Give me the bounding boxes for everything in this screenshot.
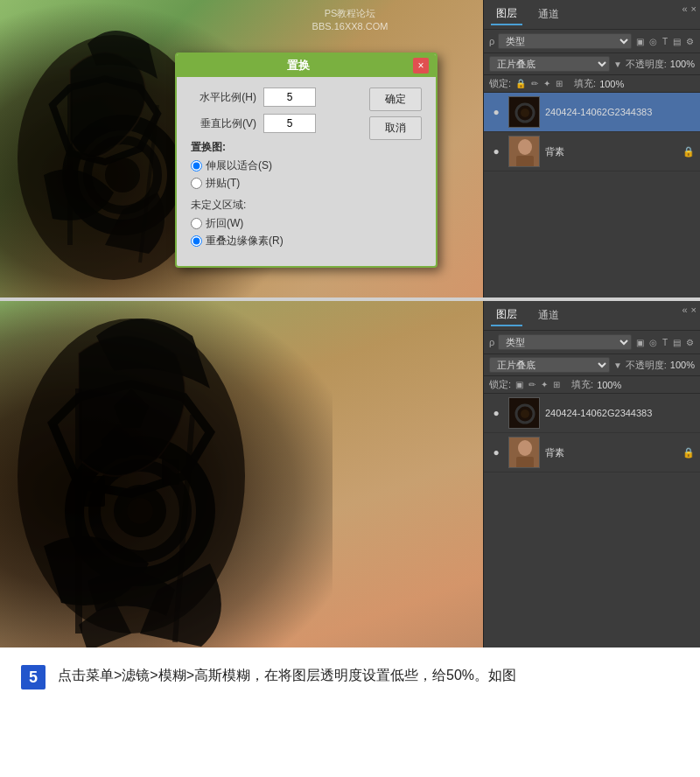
stretch-radio-row: 伸展以适合(S) [191,158,360,173]
vertical-input[interactable] [263,114,316,133]
filter-icon-b5[interactable]: ⚙ [685,337,695,348]
tattoo-art-bottom [0,301,350,648]
filter-icon-b4[interactable]: ▤ [672,337,682,348]
filter-icon-b3[interactable]: T [662,337,668,348]
close-icon-bottom[interactable]: × [691,304,696,315]
displacement-dialog: 置换 × 水平比例(H) 垂直比例(V) 置换图: [175,52,438,268]
layer-item-tattoo-bottom[interactable]: ● 240424-14062G2344383 [484,394,700,433]
filter-icon-b2[interactable]: ◎ [648,337,658,348]
panel-collapse-bottom: « × [682,304,696,315]
undefined-areas-label: 未定义区域: [191,198,360,213]
displacement-map-label: 置换图: [191,140,360,155]
layer-item-person-bottom[interactable]: ● 背素 🔒 [484,433,700,472]
repeat-radio[interactable] [191,235,202,247]
eye-icon-layer2-bottom[interactable]: ● [489,445,503,459]
tile-radio[interactable] [191,178,202,189]
svg-rect-19 [83,476,105,507]
vertical-label: 垂直比例(V) [191,116,256,131]
lock-row-bottom: 锁定: ▣ ✏ ✦ ⊞ 填充: 100% [484,376,700,394]
dialog-fields: 水平比例(H) 垂直比例(V) 置换图: 伸展以适合(S) [191,88,360,256]
horizontal-field-row: 水平比例(H) [191,88,360,107]
tile-radio-row: 拼贴(T) [191,176,360,191]
blend-mode-row-bottom: 正片叠底 ▼ 不透明度: 100% [484,354,700,376]
svg-point-25 [518,440,532,456]
all-lock-btn-bottom[interactable]: ⊞ [552,379,561,390]
horizontal-label: 水平比例(H) [191,90,256,105]
bottom-section: 图层 通道 « × ρ 类型 ▣ ◎ T ▤ ⚙ 正片叠底 ▼ 不透明度: 10… [0,298,700,648]
fill-label-bottom: 填充: [571,378,593,391]
dialog-titlebar: 置换 × [177,54,436,77]
wrap-radio[interactable] [191,218,202,229]
filter-icon-b1[interactable]: ▣ [635,337,645,348]
collapse-icon-bottom[interactable]: « [682,304,687,315]
opacity-label-bottom: 不透明度: [626,359,667,372]
layer-thumb-tattoo-bottom [508,397,540,429]
opacity-value-bottom: 100% [670,360,695,370]
repeat-radio-row: 重叠边缘像素(R) [191,234,360,248]
text-section: 5 点击菜单>滤镜>模糊>高斯模糊，在将图层透明度设置低些，给50%。如图 [0,648,700,777]
tab-channels-bottom[interactable]: 通道 [533,305,564,326]
layer-name-tattoo-bottom: 240424-14062G2344383 [545,408,695,418]
layer-lock-icon-bottom: 🔒 [682,447,695,458]
lock-label-bottom: 锁定: [489,378,511,391]
move-btn-bottom[interactable]: ✦ [540,379,549,390]
tab-layers-bottom[interactable]: 图层 [491,304,522,326]
wrap-radio-row: 折回(W) [191,216,360,231]
ps-panel-bottom: 图层 通道 « × ρ 类型 ▣ ◎ T ▤ ⚙ 正片叠底 ▼ 不透明度: 10… [483,301,700,648]
wrap-label[interactable]: 折回(W) [206,216,243,231]
vertical-field-row: 垂直比例(V) [191,114,360,133]
step-badge: 5 [21,665,46,690]
top-section: PS教程论坛 BBS.16XX8.COM 图层 通道 « × ρ 类型 ▣ ◎ … [0,0,700,298]
tile-label[interactable]: 拼贴(T) [206,176,240,191]
dialog-title: 置换 [184,58,413,74]
displacement-radio-group: 伸展以适合(S) 拼贴(T) [191,158,360,191]
svg-point-23 [521,410,529,418]
layer-name-person-bottom: 背素 [545,446,677,459]
blend-mode-select-bottom[interactable]: 正片叠底 [489,357,610,373]
eye-icon-layer1-bottom[interactable]: ● [489,406,503,420]
fill-value-bottom: 100% [597,380,621,390]
step-text: 点击菜单>滤镜>模糊>高斯模糊，在将图层透明度设置低些，给50%。如图 [58,663,516,689]
dialog-overlay: 置换 × 水平比例(H) 垂直比例(V) 置换图: [0,0,700,298]
cancel-button[interactable]: 取消 [369,116,422,140]
horizontal-input[interactable] [263,88,316,107]
lock-btn-bottom[interactable]: ▣ [514,379,524,390]
layer-thumb-person-bottom [508,437,540,468]
dialog-buttons: 确定 取消 [369,88,422,256]
dialog-body: 水平比例(H) 垂直比例(V) 置换图: 伸展以适合(S) [177,77,436,266]
search-icon-bottom: ρ [489,337,494,347]
paint-btn-bottom[interactable]: ✏ [528,379,536,390]
ok-button[interactable]: 确定 [369,88,422,111]
panel-title-bar-bottom: 图层 通道 « × [484,301,700,331]
blend-arrow-bottom: ▼ [613,360,622,370]
panel-filter-row-bottom: ρ 类型 ▣ ◎ T ▤ ⚙ [484,331,700,354]
svg-rect-26 [516,457,534,468]
undefined-radio-group: 折回(W) 重叠边缘像素(R) [191,216,360,248]
filter-type-select-bottom[interactable]: 类型 [498,334,632,350]
repeat-label[interactable]: 重叠边缘像素(R) [206,234,284,248]
svg-point-16 [127,498,153,524]
stretch-label[interactable]: 伸展以适合(S) [206,158,272,173]
dialog-close-button[interactable]: × [413,58,429,74]
stretch-radio[interactable] [191,160,202,172]
svg-rect-20 [162,458,179,485]
